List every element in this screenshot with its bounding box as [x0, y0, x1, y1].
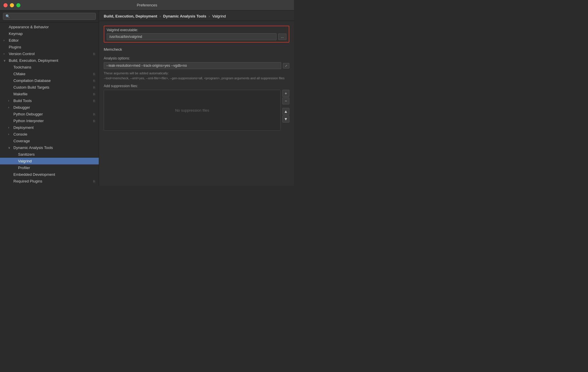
sidebar-item-deployment[interactable]: ›Deployment [0, 124, 99, 131]
sidebar-label-embedded-dev: Embedded Development [13, 172, 55, 177]
sidebar-label-coverage: Coverage [13, 139, 30, 143]
sidebar-label-deployment: Deployment [13, 125, 34, 130]
sidebar-item-dynamic-analysis[interactable]: ∨Dynamic Analysis Tools [0, 144, 99, 151]
sidebar-item-toolchains[interactable]: Toolchains [0, 64, 99, 71]
copy-icon-makefile: ⎘ [93, 92, 95, 96]
suppression-label: Add suppression files: [104, 84, 289, 88]
sidebar-label-version-control: Version Control [9, 52, 35, 56]
scroll-down-button[interactable]: ▼ [282, 115, 289, 122]
valgrind-executable-label: Valgrind executable: [107, 28, 286, 32]
sidebar-item-valgrind[interactable]: Valgrind [0, 158, 99, 164]
arrow-icon-debugger: › [8, 106, 12, 109]
arrow-icon-deployment: › [8, 126, 12, 129]
sidebar-item-sanitizers[interactable]: Sanitizers [0, 151, 99, 158]
arrow-icon-build-exec: ∨ [3, 59, 8, 62]
maximize-button[interactable] [16, 3, 20, 7]
bc-sep-2: › [209, 14, 210, 18]
sidebar-label-dynamic-analysis: Dynamic Analysis Tools [13, 145, 53, 150]
suppression-box: No suppression files [104, 90, 281, 131]
sidebar-label-languages: Languages & Frameworks [9, 186, 53, 186]
analysis-options-input[interactable] [104, 62, 281, 69]
sidebar-label-profiler: Profiler [18, 166, 30, 170]
sidebar-item-keymap[interactable]: Keymap [0, 30, 99, 37]
title-bar: Preferences [0, 0, 294, 10]
search-input[interactable] [3, 13, 96, 20]
valgrind-executable-section: Valgrind executable: ... [104, 26, 289, 43]
sidebar-items: Appearance & BehaviorKeymap›EditorPlugin… [0, 22, 99, 186]
main-container: Appearance & BehaviorKeymap›EditorPlugin… [0, 10, 294, 186]
copy-icon-custom-build: ⎘ [93, 86, 95, 89]
memcheck-label: Memcheck [104, 46, 289, 53]
sidebar-label-valgrind: Valgrind [18, 159, 32, 163]
sidebar-item-profiler[interactable]: Profiler [0, 164, 99, 171]
valgrind-executable-box: Valgrind executable: ... [104, 26, 289, 43]
window-title: Preferences [137, 3, 157, 7]
window-controls[interactable] [3, 3, 20, 7]
sidebar-item-custom-build[interactable]: Custom Build Targets⎘ [0, 84, 99, 91]
arrow-icon-build-tools: › [8, 99, 12, 102]
content-panel: Build, Execution, Deployment › Dynamic A… [99, 10, 294, 186]
bc-build-exec: Build, Execution, Deployment [104, 14, 157, 18]
sidebar-item-embedded-dev[interactable]: Embedded Development [0, 171, 99, 178]
expand-button[interactable]: ⤢ [283, 63, 289, 69]
auto-args-value: --tool=memcheck, --xml=yes, --xml-file=<… [104, 76, 285, 80]
sidebar-label-keymap: Keymap [9, 31, 23, 36]
search-bar [0, 10, 99, 22]
sidebar-label-makefile: Makefile [13, 92, 27, 96]
scroll-up-button[interactable]: ▲ [282, 108, 289, 115]
sidebar-item-editor[interactable]: ›Editor [0, 37, 99, 44]
auto-args-prefix: These arguments will be added automatica… [104, 71, 169, 75]
sidebar-label-sanitizers: Sanitizers [18, 152, 35, 157]
valgrind-executable-input[interactable] [107, 33, 277, 40]
suppression-section: Add suppression files: No suppression fi… [104, 84, 289, 131]
sidebar-label-debugger: Debugger [13, 105, 30, 110]
sidebar-item-python-interpreter[interactable]: Python Interpreter⎘ [0, 117, 99, 124]
copy-icon-build-tools: ⎘ [93, 99, 95, 103]
sidebar-item-build-tools[interactable]: ›Build Tools⎘ [0, 97, 99, 104]
sidebar-item-languages[interactable]: ›Languages & Frameworks [0, 185, 99, 186]
minimize-button[interactable] [10, 3, 14, 7]
sidebar-label-plugins: Plugins [9, 45, 21, 49]
sidebar-item-build-exec[interactable]: ∨Build, Execution, Deployment [0, 57, 99, 64]
sidebar-label-build-tools: Build Tools [13, 99, 32, 103]
sidebar-item-cmake[interactable]: CMake⎘ [0, 71, 99, 77]
bc-dynamic-analysis: Dynamic Analysis Tools [163, 14, 206, 18]
sidebar-label-custom-build: Custom Build Targets [13, 85, 49, 90]
add-suppression-button[interactable]: + [282, 90, 289, 97]
sidebar-label-python-debugger: Python Debugger [13, 112, 43, 116]
bc-valgrind: Valgrind [212, 14, 226, 18]
copy-icon-compilation-db: ⎘ [93, 79, 95, 83]
valgrind-executable-row: ... [107, 33, 286, 40]
copy-icon-required-plugins: ⎘ [93, 180, 95, 183]
arrow-icon-version-control: › [3, 52, 8, 55]
sidebar-item-appearance[interactable]: Appearance & Behavior [0, 24, 99, 30]
arrow-icon-dynamic-analysis: ∨ [8, 146, 12, 149]
close-button[interactable] [3, 3, 8, 7]
sidebar-label-cmake: CMake [13, 72, 25, 76]
sidebar-item-debugger[interactable]: ›Debugger [0, 104, 99, 111]
analysis-options-label: Analysis options: [104, 56, 289, 60]
arrow-icon-console: › [8, 133, 12, 136]
sidebar-label-python-interpreter: Python Interpreter [13, 119, 44, 123]
sidebar-item-compilation-db[interactable]: Compilation Database⎘ [0, 77, 99, 84]
sidebar-item-console[interactable]: ›Console [0, 131, 99, 138]
sidebar-item-coverage[interactable]: Coverage [0, 138, 99, 144]
auto-args-text: These arguments will be added automatica… [104, 71, 289, 80]
copy-icon-python-debugger: ⎘ [93, 113, 95, 116]
sidebar-label-editor: Editor [9, 38, 19, 43]
browse-button[interactable]: ... [278, 34, 286, 40]
analysis-options-row: ⤢ [104, 62, 289, 69]
sidebar-item-makefile[interactable]: Makefile⎘ [0, 91, 99, 97]
sidebar-item-plugins[interactable]: Plugins [0, 44, 99, 50]
sidebar: Appearance & BehaviorKeymap›EditorPlugin… [0, 10, 99, 186]
sidebar-label-compilation-db: Compilation Database [13, 78, 51, 83]
suppression-empty-text: No suppression files [175, 108, 209, 113]
copy-icon-cmake: ⎘ [93, 72, 95, 76]
sidebar-item-required-plugins[interactable]: Required Plugins⎘ [0, 178, 99, 185]
bc-sep-1: › [159, 14, 161, 18]
sidebar-label-console: Console [13, 132, 27, 136]
sidebar-item-version-control[interactable]: ›Version Control⎘ [0, 50, 99, 57]
sidebar-label-appearance: Appearance & Behavior [9, 25, 49, 29]
remove-suppression-button[interactable]: − [282, 97, 289, 104]
sidebar-item-python-debugger[interactable]: Python Debugger⎘ [0, 111, 99, 117]
